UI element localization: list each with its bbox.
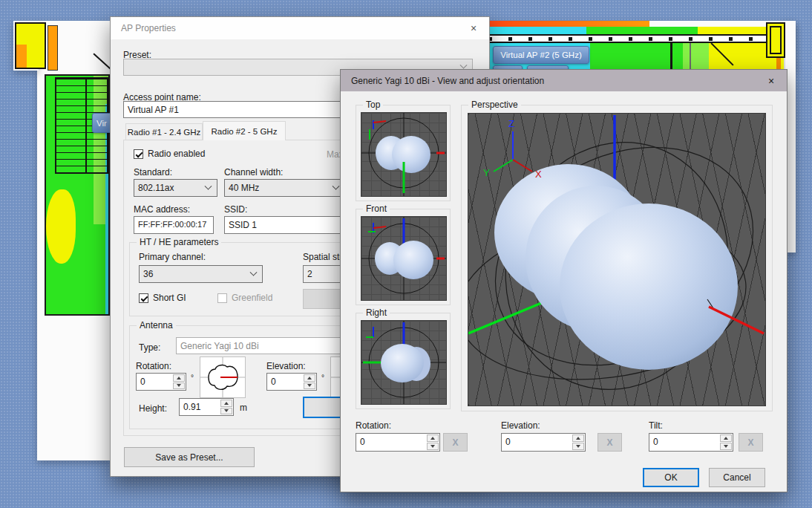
front-view-group: Front bbox=[356, 209, 451, 305]
spinner-down-button[interactable] bbox=[572, 443, 584, 450]
save-as-preset-button[interactable]: Save as Preset... bbox=[124, 447, 255, 467]
cancel-button[interactable]: Cancel bbox=[709, 468, 765, 487]
perspective-canvas[interactable]: Z Y X bbox=[468, 113, 766, 406]
yagi-dialog-title: Generic Yagi 10 dBi - View and adjust or… bbox=[341, 76, 756, 86]
perspective-group: Perspective bbox=[461, 105, 773, 411]
close-icon[interactable]: × bbox=[756, 75, 787, 87]
tab-radio-1[interactable]: Radio #1 - 2.4 GHz bbox=[125, 123, 203, 140]
ap1-label[interactable]: Vir bbox=[92, 113, 111, 133]
y-axis-label: Y bbox=[483, 167, 490, 178]
standard-label: Standard: bbox=[134, 167, 172, 178]
channel-width-combobox[interactable]: 40 MHz bbox=[224, 179, 345, 197]
short-gi-label: Short GI bbox=[153, 293, 186, 303]
height-unit-label: m bbox=[240, 403, 247, 413]
chevron-down-icon bbox=[205, 182, 212, 189]
right-view-canvas[interactable] bbox=[361, 320, 447, 405]
z-axis-label: Z bbox=[508, 118, 514, 129]
checkbox-unchecked-icon bbox=[217, 293, 227, 303]
top-view-canvas[interactable] bbox=[361, 112, 447, 197]
spinner-up-button[interactable] bbox=[572, 434, 584, 442]
close-icon[interactable]: × bbox=[458, 22, 489, 34]
short-gi-checkbox[interactable]: Short GI bbox=[139, 293, 186, 303]
antenna-type-label: Type: bbox=[139, 342, 160, 353]
yagi-elevation-label: Elevation: bbox=[501, 420, 540, 431]
chevron-down-icon bbox=[460, 62, 468, 69]
spinner-up-button[interactable] bbox=[173, 374, 185, 382]
checkbox-checked-icon bbox=[134, 149, 143, 159]
mac-label: MAC address: bbox=[134, 204, 190, 215]
primary-channel-label: Primary channel: bbox=[139, 252, 206, 262]
yagi-tilt-spinner[interactable]: 0 bbox=[649, 433, 733, 452]
spinner-down-button[interactable] bbox=[304, 382, 315, 390]
x-axis-label: X bbox=[535, 169, 542, 180]
top-view-label: Top bbox=[363, 100, 383, 110]
right-wall-yellow-block bbox=[766, 22, 785, 58]
heatmap-upper-cyan bbox=[486, 27, 586, 34]
yagi-tilt-label: Tilt: bbox=[649, 420, 663, 431]
desktop: Virtual AP #2 (5 GHz) Vir AP Properties … bbox=[0, 0, 812, 508]
spinner-up-button[interactable] bbox=[304, 374, 315, 382]
interior-wall-1 bbox=[670, 43, 672, 71]
ht-he-group-label: HT / HE parameters bbox=[137, 237, 221, 247]
chevron-down-icon bbox=[333, 182, 340, 189]
spinner-down-button[interactable] bbox=[173, 382, 185, 390]
elevation-label: Elevation: bbox=[266, 361, 306, 371]
mac-input[interactable]: FF:FF:FF:00:00:17 bbox=[134, 216, 214, 234]
right-view-group: Right bbox=[356, 313, 451, 409]
antenna-type-input[interactable]: Generic Yagi 10 dBi bbox=[176, 337, 345, 354]
spinner-up-button[interactable] bbox=[720, 434, 732, 442]
spinner-up-button[interactable] bbox=[427, 434, 439, 442]
degree-symbol: ° bbox=[321, 374, 324, 382]
rotation-label: Rotation: bbox=[136, 361, 171, 371]
yagi-elevation-clear-button[interactable]: X bbox=[597, 433, 622, 452]
chevron-down-icon bbox=[250, 268, 258, 276]
front-view-canvas[interactable] bbox=[361, 216, 447, 301]
height-label: Height: bbox=[139, 403, 167, 414]
greenfield-label: Greenfield bbox=[232, 293, 272, 303]
radio-enabled-checkbox[interactable]: Radio enabled bbox=[134, 149, 205, 159]
right-view-label: Right bbox=[363, 307, 390, 318]
radio-enabled-label: Radio enabled bbox=[148, 149, 205, 159]
spinner-down-button[interactable] bbox=[427, 443, 439, 450]
yagi-rotation-clear-button[interactable]: X bbox=[443, 433, 468, 452]
heatmap-yellow-patch bbox=[46, 189, 76, 264]
yagi-elevation-spinner[interactable]: 0 bbox=[501, 433, 586, 452]
heatmap-lower-green bbox=[590, 43, 683, 71]
heatmap-lower-lightgreen bbox=[683, 43, 709, 71]
tab-radio-2[interactable]: Radio #2 - 5 GHz bbox=[203, 121, 286, 140]
elevation-spinner[interactable]: 0 bbox=[266, 373, 317, 391]
ap2-label[interactable]: Virtual AP #2 (5 GHz) bbox=[493, 46, 589, 64]
standard-combobox[interactable]: 802.11ax bbox=[134, 179, 217, 197]
spinner-down-button[interactable] bbox=[220, 408, 232, 415]
heatmap-upper-green bbox=[586, 27, 698, 34]
top-view-group: Top bbox=[356, 105, 451, 201]
front-view-label: Front bbox=[363, 203, 390, 214]
spinner-down-button[interactable] bbox=[720, 443, 732, 450]
ssid-input[interactable]: SSID 1 bbox=[224, 216, 345, 234]
interior-wall-2 bbox=[690, 43, 691, 71]
ssid-label: SSID: bbox=[224, 204, 247, 215]
rotation-pattern-preview bbox=[200, 356, 246, 398]
rotation-spinner[interactable]: 0 bbox=[136, 373, 186, 391]
height-spinner[interactable]: 0.91 bbox=[179, 398, 234, 416]
exterior-wall bbox=[488, 34, 785, 43]
ap-dialog-title: AP Properties bbox=[111, 23, 458, 33]
yagi-dialog-titlebar[interactable]: Generic Yagi 10 dBi - View and adjust or… bbox=[341, 70, 787, 91]
checkbox-checked-icon bbox=[139, 293, 148, 303]
yagi-orientation-dialog: Generic Yagi 10 dBi - View and adjust or… bbox=[340, 69, 788, 492]
heatmap-orange-sliver bbox=[48, 25, 58, 71]
greenfield-checkbox[interactable]: Greenfield bbox=[217, 293, 272, 303]
ap1-label-text: Vir bbox=[96, 119, 107, 128]
yagi-tilt-clear-button[interactable]: X bbox=[739, 433, 763, 452]
spinner-up-button[interactable] bbox=[220, 400, 232, 407]
channel-width-label: Channel width: bbox=[224, 167, 283, 178]
ap-dialog-titlebar[interactable]: AP Properties × bbox=[111, 17, 489, 39]
ap2-label-text: Virtual AP #2 (5 GHz) bbox=[500, 51, 582, 59]
heatmap-topleft-orange bbox=[16, 45, 27, 68]
perspective-label: Perspective bbox=[468, 100, 521, 110]
antenna-group-label: Antenna bbox=[137, 320, 176, 330]
degree-symbol: ° bbox=[191, 374, 194, 382]
primary-channel-combobox[interactable]: 36 bbox=[139, 265, 263, 283]
ok-button[interactable]: OK bbox=[643, 468, 699, 487]
yagi-rotation-spinner[interactable]: 0 bbox=[356, 433, 440, 452]
